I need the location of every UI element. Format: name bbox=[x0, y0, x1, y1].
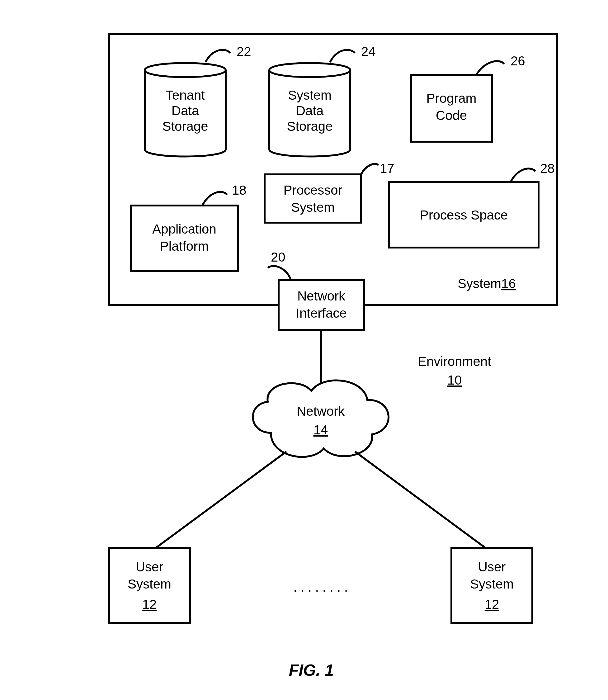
environment-label: Environment 10 bbox=[418, 354, 491, 387]
svg-text:Data: Data bbox=[172, 103, 199, 118]
svg-text:22: 22 bbox=[236, 44, 251, 59]
svg-text:18: 18 bbox=[232, 183, 247, 197]
svg-text:User: User bbox=[478, 560, 506, 574]
figure-caption: FIG. 1 bbox=[289, 661, 334, 679]
svg-text:Storage: Storage bbox=[162, 119, 208, 134]
link-network-to-user-right bbox=[355, 452, 486, 548]
svg-text:Environment: Environment bbox=[418, 354, 491, 369]
link-network-to-user-left bbox=[156, 452, 286, 548]
system-label: System16 bbox=[458, 276, 516, 291]
svg-text:System: System bbox=[291, 200, 335, 214]
svg-text:Interface: Interface bbox=[296, 306, 346, 320]
svg-text:Program: Program bbox=[426, 91, 476, 106]
svg-text:20: 20 bbox=[271, 250, 285, 264]
user-system-right: User System 12 bbox=[451, 548, 532, 623]
svg-text:Network: Network bbox=[297, 289, 345, 303]
svg-text:Storage: Storage bbox=[287, 119, 332, 134]
svg-text:Process Space: Process Space bbox=[420, 208, 508, 222]
svg-text:17: 17 bbox=[380, 161, 395, 176]
svg-text:12: 12 bbox=[142, 597, 157, 611]
svg-text:Platform: Platform bbox=[160, 239, 209, 253]
svg-text:Tenant: Tenant bbox=[166, 88, 205, 102]
ellipsis-dots: . . . . . . . . bbox=[293, 580, 348, 594]
svg-text:System: System bbox=[470, 577, 514, 591]
svg-text:System16: System16 bbox=[458, 276, 516, 291]
svg-text:User: User bbox=[136, 560, 164, 574]
svg-rect-24 bbox=[279, 280, 364, 330]
svg-text:System: System bbox=[128, 577, 171, 591]
svg-text:System: System bbox=[288, 88, 331, 102]
svg-text:26: 26 bbox=[511, 54, 525, 68]
svg-text:Processor: Processor bbox=[283, 183, 342, 197]
svg-text:24: 24 bbox=[361, 44, 376, 59]
svg-text:Application: Application bbox=[152, 222, 216, 237]
svg-text:Code: Code bbox=[436, 108, 467, 123]
svg-text:14: 14 bbox=[314, 422, 328, 437]
svg-text:Data: Data bbox=[296, 103, 324, 118]
network-cloud: Network 14 bbox=[253, 380, 388, 457]
figure-1-svg: Tenant Data Storage 22 System Data Stora… bbox=[0, 0, 608, 700]
svg-text:12: 12 bbox=[485, 597, 499, 611]
svg-rect-16 bbox=[265, 174, 361, 223]
svg-rect-12 bbox=[131, 206, 238, 271]
svg-text:10: 10 bbox=[448, 373, 462, 387]
user-system-left: User System 12 bbox=[109, 548, 190, 623]
svg-text:28: 28 bbox=[540, 161, 555, 176]
svg-text:Network: Network bbox=[297, 404, 345, 418]
